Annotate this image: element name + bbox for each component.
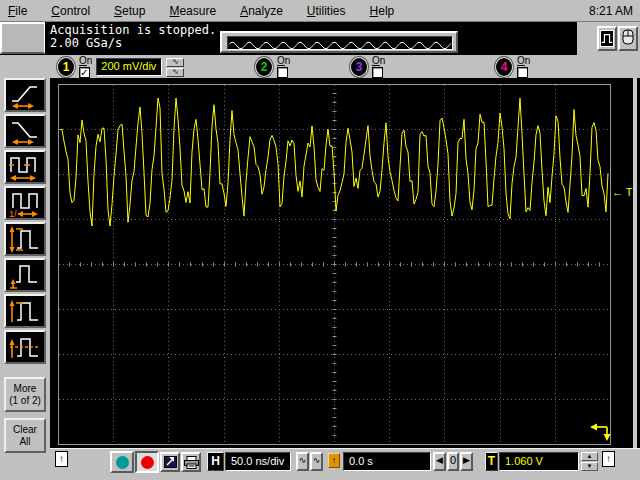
measure-vaverage-button[interactable] <box>4 330 46 364</box>
menu-bar: File Control Setup Measure Analyze Utili… <box>0 0 640 22</box>
bottom-bar: ↑ H 50.0 ns/div ∿ ∿ ↑ 0.0 s ◀ 0 ▶ T 1.06… <box>50 448 640 480</box>
channel-3-on-label: On <box>372 56 385 66</box>
v-average-icon <box>8 332 42 362</box>
frequency-icon: 1/ <box>8 188 42 218</box>
sidebar-collapse-button[interactable]: ↑ <box>55 451 68 467</box>
mouse-icon <box>622 29 634 49</box>
menu-utilities[interactable]: Utilities <box>307 4 346 18</box>
channel-1-scale-field[interactable]: 200 mV/div <box>96 58 162 76</box>
menu-analyze[interactable]: Analyze <box>240 4 283 18</box>
position-left-button[interactable]: ◀ <box>433 452 446 471</box>
channel-2-on-label: On <box>277 56 290 66</box>
menu-setup[interactable]: Setup <box>114 4 145 18</box>
menu-control[interactable]: Control <box>51 4 90 18</box>
channel-2-on-checkbox[interactable] <box>277 67 288 78</box>
waveform-preview <box>227 36 453 50</box>
mouse-pointer-button[interactable] <box>618 26 638 51</box>
stop-button[interactable] <box>135 451 159 473</box>
fall-time-icon <box>8 116 42 146</box>
waveform-display: ← T <box>50 78 640 448</box>
graticule-waveform-canvas <box>58 84 611 445</box>
waveform-preview-canvas <box>228 39 452 51</box>
clear-button-line2: All <box>19 436 30 448</box>
measure-fall-time-button[interactable] <box>4 114 46 148</box>
channel-2-controls: 2 On <box>255 56 290 78</box>
clear-all-button[interactable]: Clear All <box>4 418 46 453</box>
v-top-icon <box>8 296 42 326</box>
channel-row: 1 On ✓ 200 mV/div ∿ ∿ 2 On 3 On 4 On <box>0 55 640 78</box>
svg-text:1/: 1/ <box>9 209 17 218</box>
more-button-page: (1 of 2) <box>9 395 41 407</box>
channel-1-on-checkbox[interactable]: ✓ <box>79 67 90 78</box>
channel-1-controls: 1 On ✓ 200 mV/div ∿ ∿ <box>57 56 184 78</box>
channel-1-on-label: On <box>79 56 92 66</box>
channel-4-on-checkbox[interactable] <box>517 67 528 78</box>
channel-3-controls: 3 On <box>350 56 385 78</box>
channel-3-badge[interactable]: 3 <box>350 57 368 77</box>
timebase-scale-field[interactable]: 50.0 ns/div <box>225 452 291 471</box>
clear-button-line1: Clear <box>13 424 37 436</box>
trigger-slope-button[interactable]: ↑ <box>328 453 340 468</box>
timebase-fine-down-button[interactable]: ∿ <box>310 452 323 471</box>
sample-rate: 2.00 GSa/s <box>50 36 122 50</box>
rise-time-icon <box>8 80 42 110</box>
horizontal-position-field[interactable]: 0.0 s <box>343 452 431 471</box>
channel-2-badge[interactable]: 2 <box>255 57 273 77</box>
more-measurements-button[interactable]: More (1 of 2) <box>4 377 46 412</box>
trigger-position-marker[interactable] <box>590 422 612 442</box>
panel-expand-button[interactable]: ↑ <box>602 451 615 467</box>
position-zero-button[interactable]: 0 <box>447 452 459 471</box>
channel-1-scale-down-button[interactable]: ∿ <box>166 68 184 77</box>
channel-1-badge[interactable]: 1 <box>57 57 75 77</box>
export-icon <box>164 456 177 468</box>
channel-3-on-checkbox[interactable] <box>372 67 383 78</box>
trigger-level-down-button[interactable]: ▼ <box>581 462 598 471</box>
horizontal-preview-bar[interactable] <box>220 31 458 53</box>
status-row: Acquisition is stopped. 2.00 GSa/s <box>0 22 640 55</box>
menu-help[interactable]: Help <box>370 4 395 18</box>
printer-icon <box>184 456 199 469</box>
measurement-sidebar: 1/ <box>0 78 50 480</box>
measure-rise-time-button[interactable] <box>4 78 46 112</box>
v-peak-to-peak-icon <box>8 224 42 254</box>
timebase-fine-up-button[interactable]: ∿ <box>296 452 309 471</box>
clock: 8:21 AM <box>589 4 633 18</box>
run-button[interactable] <box>110 451 134 473</box>
more-button-label: More <box>14 383 37 395</box>
export-button[interactable] <box>160 452 180 472</box>
trigger-level-marker[interactable]: ← T <box>612 186 633 198</box>
trigger-level-field[interactable]: 1.060 V <box>499 452 579 471</box>
acquisition-status: Acquisition is stopped. <box>50 23 216 37</box>
horizontal-badge[interactable]: H <box>207 452 224 471</box>
position-right-button[interactable]: ▶ <box>460 452 473 471</box>
acquisition-mode-button[interactable] <box>597 26 617 51</box>
trigger-level-spinner: ▲ ▼ <box>581 452 598 471</box>
measure-vbase-button[interactable] <box>4 258 46 292</box>
measure-period-button[interactable] <box>4 150 46 184</box>
measure-vpp-button[interactable] <box>4 222 46 256</box>
header-buttons <box>577 22 640 55</box>
menu-measure[interactable]: Measure <box>169 4 216 18</box>
trigger-status-box <box>0 22 45 54</box>
channel-1-scale-up-button[interactable]: ∿ <box>166 58 184 67</box>
trigger-badge[interactable]: T <box>485 452 498 471</box>
channel-4-on-label: On <box>517 56 530 66</box>
channel-4-badge[interactable]: 4 <box>495 57 513 77</box>
trigger-level-up-button[interactable]: ▲ <box>581 452 598 461</box>
oscilloscope-screen: { "titlebar": { "menu": [ {"label": "Fil… <box>0 0 640 480</box>
stop-icon <box>141 456 154 469</box>
run-icon <box>116 456 129 469</box>
measure-vtop-button[interactable] <box>4 294 46 328</box>
v-base-icon <box>8 260 42 290</box>
channel-4-controls: 4 On <box>495 56 530 78</box>
period-icon <box>8 152 42 182</box>
menu-file[interactable]: File <box>8 4 27 18</box>
right-panel-edge <box>633 78 637 448</box>
measure-frequency-button[interactable]: 1/ <box>4 186 46 220</box>
pulse-icon <box>600 30 614 47</box>
print-button[interactable] <box>181 452 201 472</box>
